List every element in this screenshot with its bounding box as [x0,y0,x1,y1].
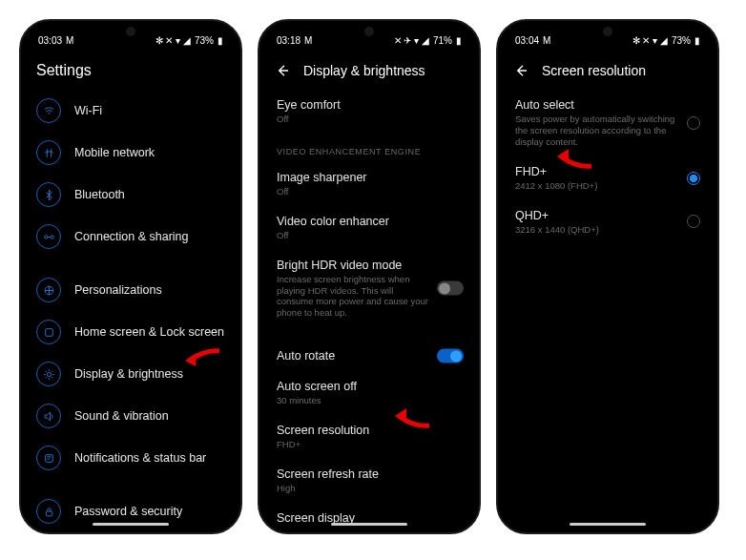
page-title: Settings [36,62,92,79]
status-icons: ✻ ✕ ▾ ◢ [632,35,668,46]
battery-text: 73% [195,35,214,46]
mobile-icon [36,140,61,165]
settings-item-password[interactable]: Password & security [21,490,240,532]
clock: 03:18 [277,35,300,46]
lock-icon [36,499,61,524]
radio-qhd[interactable] [687,215,700,228]
settings-item-sound[interactable]: Sound & vibration [21,395,240,437]
status-icons: ✕ ✈ ▾ ◢ [394,35,429,46]
label: Wi-Fi [74,104,225,117]
item-auto-rotate[interactable]: Auto rotate [259,341,479,371]
settings-list: Wi-Fi Mobile network Bluetooth Connectio… [21,90,240,534]
battery-text: 73% [672,35,691,46]
title: Eye comfort [277,98,462,112]
label: Connection & sharing [74,230,225,243]
title: Bright HDR video mode [277,259,429,272]
settings-item-personalizations[interactable]: Personalizations [21,269,240,311]
page-header: Display & brightness [259,52,479,90]
battery-icon: ▮ [456,35,462,46]
radio-auto[interactable] [687,116,700,130]
toggle-hdr[interactable] [437,281,464,296]
title: Video color enhancer [277,215,462,228]
notifications-icon [36,446,61,470]
nav-handle[interactable] [331,523,407,526]
settings-item-wifi[interactable]: Wi-Fi [21,90,240,132]
subtitle: 2412 x 1080 (FHD+) [515,180,675,192]
item-auto-off[interactable]: Auto screen off 30 minutes [259,371,479,415]
title: Auto select [515,98,675,112]
side-button [480,126,481,174]
label: Sound & vibration [74,409,225,423]
resolution-list: Auto select Saves power by automatically… [498,90,717,262]
subtitle: Off [277,230,462,241]
label: Notifications & status bar [74,451,225,465]
toggle-auto-rotate[interactable] [437,349,464,363]
item-qhd[interactable]: QHD+ 3216 x 1440 (QHD+) [498,200,717,244]
home-icon [36,320,61,344]
label: Personalizations [74,283,225,297]
svg-point-1 [51,235,53,238]
battery-icon: ▮ [218,35,223,46]
radio-fhd[interactable] [687,172,700,185]
annotation-arrow [393,403,431,431]
label: Home screen & Lock screen [74,325,225,339]
gmail-icon: M [543,35,550,46]
display-list: Eye comfort Off VIDEO ENHANCEMENT ENGINE… [259,90,479,534]
item-hdr[interactable]: Bright HDR video mode Increase screen br… [259,250,479,328]
title: Screen resolution [277,424,462,437]
svg-point-4 [47,372,51,376]
wifi-icon [36,98,61,123]
back-icon[interactable] [513,63,528,78]
item-display[interactable]: Screen display [259,503,479,533]
settings-item-connection[interactable]: Connection & sharing [21,216,240,258]
subtitle: FHD+ [277,439,462,450]
camera-notch [364,27,374,36]
settings-item-mobile[interactable]: Mobile network [21,132,240,174]
title: Auto screen off [277,380,462,393]
settings-item-privacy[interactable]: Privacy [21,532,240,534]
gmail-icon: M [304,35,312,46]
svg-rect-6 [46,510,52,515]
sound-icon [36,404,61,428]
settings-item-bluetooth[interactable]: Bluetooth [21,174,240,216]
title: QHD+ [515,209,675,222]
title: Image sharpener [277,171,462,184]
side-button [480,183,481,259]
subtitle: Off [277,186,462,197]
item-sharpener[interactable]: Image sharpener Off [259,162,479,206]
label: Password & security [74,505,225,518]
item-fhd[interactable]: FHD+ 2412 x 1080 (FHD+) [498,156,717,200]
subtitle: Increase screen brightness when playing … [277,274,429,320]
settings-item-notifications[interactable]: Notifications & status bar [21,437,240,479]
phone-settings: 03:03 M ✻ ✕ ▾ ◢ 73% ▮ Settings Wi-Fi Mob… [19,19,242,534]
personalization-icon [36,278,61,302]
item-eye-comfort[interactable]: Eye comfort Off [259,90,479,134]
battery-icon: ▮ [694,35,700,46]
item-resolution[interactable]: Screen resolution FHD+ [259,415,479,459]
page-header: Screen resolution [498,52,717,90]
clock: 03:03 [38,35,62,46]
back-icon[interactable] [275,63,290,78]
item-refresh[interactable]: Screen refresh rate High [259,459,479,503]
nav-handle[interactable] [570,523,646,526]
section-header: VIDEO ENHANCEMENT ENGINE [259,134,479,162]
subtitle: Off [277,114,462,125]
svg-rect-5 [45,454,52,462]
page-header: Settings [21,52,240,90]
subtitle: 3216 x 1440 (QHD+) [515,224,675,236]
item-auto-select[interactable]: Auto select Saves power by automatically… [498,90,717,156]
subtitle: Saves power by automatically switching t… [515,114,675,148]
annotation-arrow [183,345,221,374]
label: Mobile network [74,146,225,159]
nav-handle[interactable] [93,523,169,526]
item-color-enhancer[interactable]: Video color enhancer Off [259,206,479,250]
gmail-icon: M [66,35,73,46]
status-icons: ✻ ✕ ▾ ◢ [155,35,191,46]
bluetooth-icon [36,182,61,207]
label: Bluetooth [74,188,225,201]
phone-display: 03:18 M ✕ ✈ ▾ ◢ 71% ▮ Display & brightne… [258,19,481,534]
svg-point-0 [44,235,47,238]
camera-notch [603,27,612,36]
page-title: Screen resolution [542,63,646,78]
connection-icon [36,224,61,249]
